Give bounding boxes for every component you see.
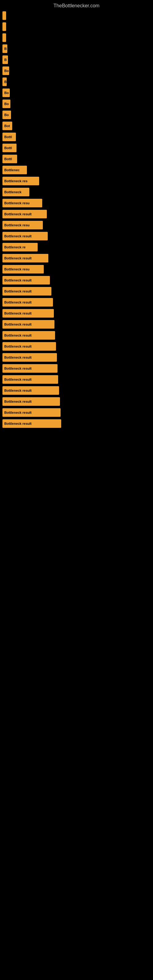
bar-item: Bottleneck resu — [2, 265, 44, 274]
bar-row: Bottleneck result — [2, 352, 151, 363]
bar-row: Bottleneck result — [2, 396, 151, 407]
bar-item: B — [2, 56, 8, 64]
bar-item: Bottleneck result — [2, 419, 61, 428]
bar-item: Bottleneck result — [2, 397, 60, 406]
bar-item: Bottleneck result — [2, 210, 47, 218]
bar-item: Bottleneck result — [2, 309, 54, 318]
bar-item: Bottl — [2, 144, 16, 152]
bar-item: Bottleneck result — [2, 331, 55, 340]
bar-row: Bot — [2, 120, 151, 131]
bar-item: B — [2, 45, 7, 53]
bar-row: Bottl — [2, 142, 151, 153]
bar-item: Bottleneck resu — [2, 221, 43, 229]
bar-row: Bottleneck result — [2, 319, 151, 330]
bar-item: Bo — [2, 89, 10, 97]
bar-item: Bottleneck result — [2, 254, 48, 262]
bar-row: Bottl — [2, 131, 151, 142]
bar-row: Bo — [2, 87, 151, 98]
bar-item: Bottleneck result — [2, 276, 50, 285]
bar-item: Bottleneck — [2, 188, 29, 196]
bar-item: Bottleneck result — [2, 320, 54, 329]
bar-item — [2, 33, 6, 42]
bar-item: Bo — [2, 100, 10, 108]
bar-row: Bottleneck resu — [2, 197, 151, 208]
site-title: TheBottlenecker.com — [0, 0, 153, 10]
bar-row: Bottleneck result — [2, 374, 151, 385]
bar-item: Bottleneck result — [2, 298, 53, 307]
bar-item: Bottleneck resu — [2, 199, 42, 207]
bar-item: Bottleneck result — [2, 287, 51, 296]
bar-item: Bottl — [2, 133, 16, 141]
bar-row: Bottleneck result — [2, 385, 151, 396]
bar-row — [2, 32, 151, 43]
bar-item: B — [2, 78, 7, 86]
bar-row: Bottleneck result — [2, 363, 151, 374]
bar-item: Bottleneck result — [2, 375, 58, 384]
bar-row: Bottleneck res — [2, 175, 151, 186]
bar-item: Bottleneck result — [2, 232, 48, 240]
bar-row: Bottleneck result — [2, 308, 151, 319]
bar-item: Bottleneck result — [2, 364, 57, 373]
bar-row: Bottleneck result — [2, 407, 151, 418]
bar-item: Bottleneck result — [2, 353, 57, 362]
bar-row: Bottleneck resu — [2, 264, 151, 275]
bar-row: Bo — [2, 65, 151, 76]
bar-row — [2, 10, 151, 21]
bar-row: Bottleneck result — [2, 286, 151, 297]
bar-item: Bot — [2, 122, 12, 130]
bar-item — [2, 11, 6, 20]
bar-row: Bo — [2, 98, 151, 109]
bar-row: B — [2, 43, 151, 54]
bar-item: Bottleneck res — [2, 177, 39, 185]
bar-row: Bottleneck result — [2, 297, 151, 308]
bar-item: Bottleneck re — [2, 243, 38, 251]
bar-item: Bottl — [2, 155, 17, 163]
bar-item: Bottleneck result — [2, 386, 59, 395]
bar-item: Bo — [2, 67, 9, 75]
bar-row: Bottleneck — [2, 186, 151, 197]
bars-wrapper: BBBoBBoBoBoBotBottlBottlBottlBottlenecBo… — [0, 10, 153, 429]
bar-item: Bo — [2, 111, 11, 119]
bar-item: Bottlenec — [2, 166, 27, 174]
bar-row: Bottlenec — [2, 164, 151, 175]
bar-row — [2, 21, 151, 32]
bar-row: Bottleneck result — [2, 341, 151, 352]
bar-row: Bottleneck result — [2, 275, 151, 286]
bar-row: Bottleneck result — [2, 253, 151, 264]
bar-row: Bottl — [2, 153, 151, 164]
bar-row: Bottleneck result — [2, 418, 151, 429]
bar-item: Bottleneck result — [2, 408, 61, 417]
bar-row: Bottleneck result — [2, 231, 151, 242]
bar-row: Bottleneck result — [2, 208, 151, 220]
bar-row: B — [2, 76, 151, 87]
bar-row: Bo — [2, 109, 151, 120]
bar-item — [2, 22, 6, 31]
bar-row: Bottleneck result — [2, 330, 151, 341]
bar-row: B — [2, 54, 151, 65]
bar-row: Bottleneck resu — [2, 220, 151, 231]
bar-item: Bottleneck result — [2, 342, 56, 351]
bar-row: Bottleneck re — [2, 242, 151, 253]
